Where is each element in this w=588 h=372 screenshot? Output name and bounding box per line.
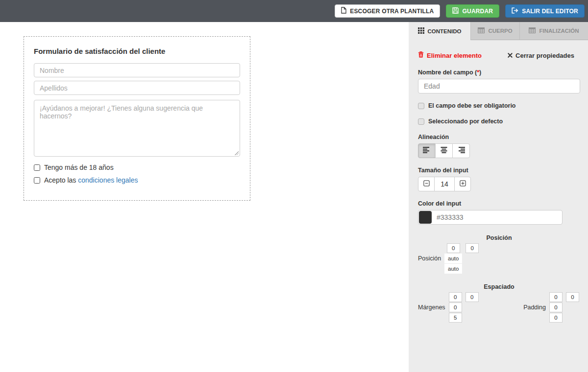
default-checkbox-row: Seleccionado por defecto: [418, 118, 580, 125]
terms-checkbox-label: Acepto las condiciones legales: [44, 176, 138, 184]
padding-bottom-input[interactable]: [549, 313, 563, 323]
alignment-button-group: [418, 143, 470, 158]
size-decrease-button[interactable]: [418, 177, 435, 191]
default-selected-checkbox[interactable]: [418, 118, 424, 125]
tab-cuerpo-label: CUERPO: [488, 28, 512, 34]
margins-cross: Márgenes: [418, 292, 479, 323]
padding-left-input[interactable]: [566, 292, 579, 302]
save-icon: [452, 7, 459, 15]
padding-label: Padding: [523, 304, 546, 311]
align-right-button[interactable]: [452, 143, 470, 158]
spacing-heading: Espaciado: [418, 283, 580, 290]
legal-conditions-link[interactable]: condiciones legales: [78, 176, 138, 184]
input-color-label: Color del input: [418, 200, 580, 207]
position-top-input[interactable]: [447, 243, 460, 253]
age-checkbox[interactable]: [34, 164, 40, 171]
required-checkbox[interactable]: [418, 103, 424, 109]
terms-checkbox[interactable]: [34, 177, 40, 184]
form-title: Formulario de satisfacción del cliente: [34, 47, 240, 55]
required-checkbox-label: El campo debe ser obligatorio: [428, 102, 516, 109]
choose-template-label: ESCOGER OTRA PLANTILLA: [350, 8, 434, 15]
form-preview[interactable]: Formulario de satisfacción del cliente T…: [24, 36, 250, 201]
minus-square-icon: [423, 180, 430, 188]
trash-icon: [418, 51, 424, 59]
tab-contenido[interactable]: CONTENIDO: [409, 22, 470, 40]
textarea-resize-handle[interactable]: [234, 151, 239, 155]
tab-finalizacion[interactable]: FINALIZACIÓN: [519, 22, 588, 40]
properties-panel: Eliminar elemento Cerrar propiedades Nom…: [409, 40, 588, 372]
required-checkbox-row: El campo debe ser obligatorio: [418, 102, 580, 109]
field-name-label: Nombre del campo (*): [418, 69, 580, 76]
tab-finalizacion-label: FINALIZACIÓN: [539, 28, 579, 34]
default-checkbox-label: Seleccionado por defecto: [428, 118, 503, 125]
table-icon: [529, 27, 536, 34]
position-cross-label: Posición: [418, 255, 441, 262]
sidebar-tabs: CONTENIDO CUERPO FINALIZACIÓN: [409, 22, 588, 40]
grid-icon: [418, 27, 424, 35]
save-button[interactable]: GUARDAR: [446, 4, 499, 18]
align-left-button[interactable]: [418, 143, 436, 158]
properties-sidebar: CONTENIDO CUERPO FINALIZACIÓN Eliminar e…: [409, 22, 588, 372]
position-left-input[interactable]: [466, 243, 479, 253]
position-bottom-input[interactable]: [444, 264, 462, 274]
margin-bottom-input[interactable]: [449, 313, 462, 323]
close-properties-label: Cerrar propiedades: [515, 52, 574, 59]
margin-left-input[interactable]: [466, 292, 479, 302]
position-heading: Posición: [418, 234, 580, 241]
align-center-button[interactable]: [435, 143, 453, 158]
position-cross: Posición: [418, 243, 479, 274]
form-surname-input[interactable]: [34, 81, 240, 95]
size-increase-button[interactable]: [454, 177, 471, 191]
padding-right-input[interactable]: [549, 302, 563, 312]
save-label: GUARDAR: [462, 8, 493, 15]
color-value-input[interactable]: [432, 213, 562, 221]
close-icon: [508, 52, 513, 59]
close-properties-action[interactable]: Cerrar propiedades: [508, 52, 574, 59]
position-right-input[interactable]: [444, 254, 462, 263]
delete-element-action[interactable]: Eliminar elemento: [418, 51, 482, 59]
topbar: ESCOGER OTRA PLANTILLA GUARDAR SALIR DEL…: [0, 0, 588, 22]
editor-canvas: Formulario de satisfacción del cliente T…: [0, 22, 409, 372]
plus-square-icon: [460, 180, 466, 188]
input-size-stepper: [418, 177, 471, 191]
file-icon: [341, 7, 346, 15]
tab-cuerpo[interactable]: CUERPO: [470, 22, 519, 40]
align-right-icon: [457, 146, 465, 155]
input-color-field: [418, 210, 563, 225]
form-suggestion-textarea[interactable]: [34, 100, 240, 157]
align-center-icon: [440, 146, 448, 155]
field-name-input[interactable]: [418, 79, 580, 93]
margins-label: Márgenes: [418, 304, 445, 311]
form-age-checkbox-row: Tengo más de 18 años: [34, 163, 240, 171]
margin-right-input[interactable]: [449, 302, 462, 312]
size-value-input[interactable]: [434, 177, 455, 191]
alignment-label: Alineación: [418, 134, 580, 140]
age-checkbox-label: Tengo más de 18 años: [44, 163, 114, 171]
exit-editor-button[interactable]: SALIR DEL EDITOR: [505, 4, 585, 18]
form-terms-checkbox-row: Acepto las condiciones legales: [34, 176, 240, 184]
align-left-icon: [423, 146, 431, 155]
color-swatch[interactable]: [419, 211, 432, 224]
form-name-input[interactable]: [34, 63, 240, 77]
exit-editor-label: SALIR DEL EDITOR: [522, 8, 578, 15]
input-size-label: Tamaño del input: [418, 167, 580, 174]
table-icon: [478, 27, 485, 34]
sign-out-icon: [512, 7, 518, 15]
margin-top-input[interactable]: [449, 292, 462, 302]
tab-contenido-label: CONTENIDO: [428, 28, 462, 34]
delete-element-label: Eliminar elemento: [427, 52, 482, 59]
choose-template-button[interactable]: ESCOGER OTRA PLANTILLA: [335, 4, 440, 18]
padding-top-input[interactable]: [549, 292, 563, 302]
padding-cross: Padding: [523, 292, 579, 323]
